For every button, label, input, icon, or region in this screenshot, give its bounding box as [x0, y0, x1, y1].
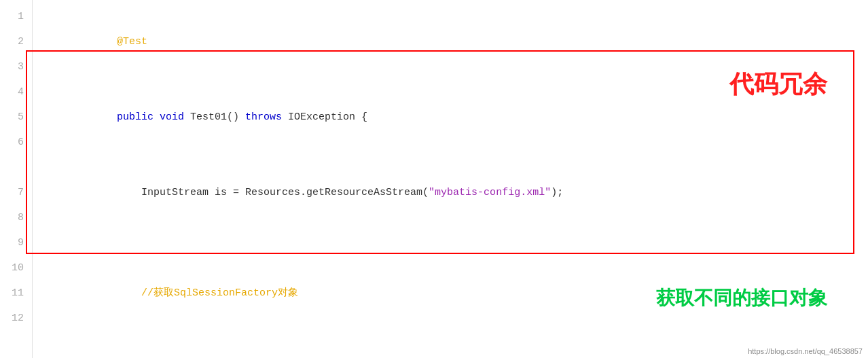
get-interface-annotation: 获取不同的接口对象: [656, 285, 827, 311]
line-numbers: 1 2 3 4 5 6 7 8 9 10 11 12: [0, 0, 33, 358]
watermark: https://blog.csdn.net/qq_46538857: [748, 347, 863, 355]
code-line-3: InputStream is = Resources.getResourceAs…: [43, 155, 868, 230]
code-content: 代码冗余 获取不同的接口对象 @Test public void Test01(…: [33, 0, 868, 358]
code-line-6a: SqlSessionFactory sqlSessionFactory = ne…: [43, 331, 868, 358]
redundant-code-annotation: 代码冗余: [729, 68, 827, 101]
code-editor: 1 2 3 4 5 6 7 8 9 10 11 12 代码冗余 获取不同的接口对…: [0, 0, 868, 358]
code-line-4: [43, 230, 868, 255]
